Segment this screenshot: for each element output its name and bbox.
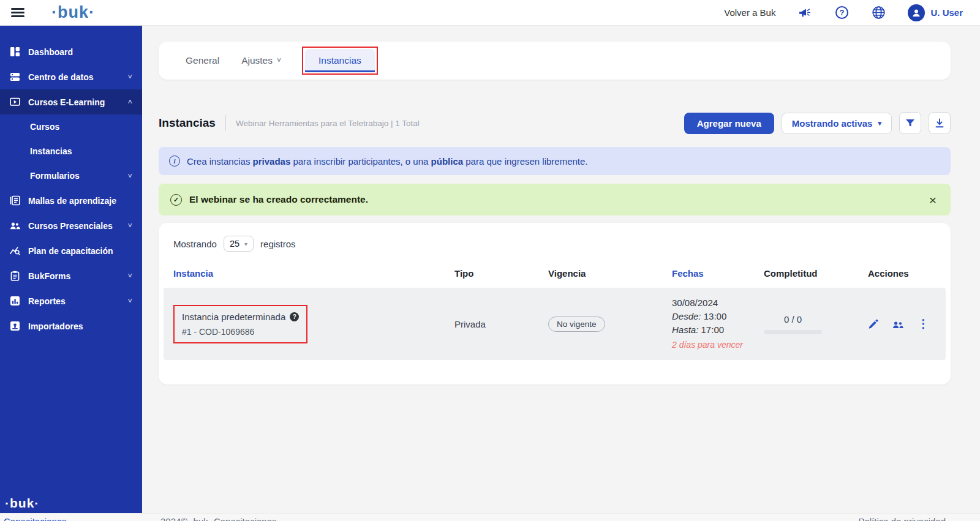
add-new-button[interactable]: Agregar nueva — [684, 113, 774, 134]
sidebar-label: BukForms — [28, 271, 70, 281]
tab-general[interactable]: General — [175, 49, 230, 72]
column-header-tipo: Tipo — [454, 268, 548, 279]
footer-copyright: 2024© ·buk· Capacitaciones — [160, 516, 277, 521]
due-warning: 2 días para vencer — [672, 338, 764, 351]
sidebar-item-cursos-presenciales[interactable]: Cursos Presenciales ˅ — [0, 213, 142, 238]
footer-privacy-link[interactable]: Política de privacidad — [858, 516, 946, 521]
sidebar-label: Dashboard — [28, 47, 73, 57]
sidebar-item-cursos-elearning[interactable]: Cursos E-Learning ˄ — [0, 89, 142, 114]
instance-name[interactable]: Instancia predeterminada — [182, 312, 285, 322]
download-button[interactable] — [929, 112, 951, 134]
sidebar-item-instancias[interactable]: Instancias — [0, 139, 142, 163]
divider — [225, 115, 226, 131]
sidebar-item-cursos[interactable]: Cursos — [0, 114, 142, 139]
more-options-icon[interactable]: ⋮ — [918, 321, 929, 327]
user-menu[interactable]: U. User — [908, 4, 963, 21]
chevron-down-icon: ˅ — [127, 72, 132, 81]
table-controls: Mostrando 25 ▾ registros — [159, 223, 951, 252]
showing-active-dropdown[interactable]: Mostrando activas ▾ — [782, 113, 892, 134]
completion-count: 0 / 0 — [764, 314, 822, 324]
user-name: U. User — [930, 7, 963, 18]
info-banner: i Crea instancias privadas para inscribi… — [159, 147, 951, 175]
sidebar-label: Cursos Presenciales — [28, 221, 113, 231]
video-screen-icon — [10, 97, 20, 107]
table-row: Instancia predeterminada ? #1 - COD-1069… — [164, 288, 946, 360]
chart-search-icon — [10, 246, 20, 256]
status-badge: No vigente — [548, 317, 605, 332]
sidebar-label: Cursos — [30, 122, 59, 132]
cell-acciones: ⋮ — [868, 318, 936, 329]
bar-chart-icon — [10, 296, 20, 306]
sidebar-item-reportes[interactable]: Reportes ˅ — [0, 288, 142, 313]
chevron-down-icon: ˅ — [127, 171, 132, 181]
chevron-down-icon: ˅ — [127, 271, 132, 280]
clipboard-icon — [10, 271, 20, 281]
sidebar-label: Cursos E-Learning — [28, 97, 105, 107]
column-header-fechas[interactable]: Fechas — [672, 268, 764, 279]
people-icon — [10, 220, 20, 231]
footer-capacitaciones-link[interactable]: Capacitaciones — [4, 516, 67, 521]
upload-box-icon — [10, 321, 20, 331]
filter-button[interactable] — [899, 112, 921, 134]
showing-label: Mostrando — [173, 239, 217, 249]
database-icon — [10, 72, 20, 82]
cell-fechas: 30/08/2024 Desde: 13:00 Hasta: 17:00 2 d… — [672, 296, 764, 351]
book-lines-icon — [10, 195, 20, 206]
caret-down-icon: ▾ — [244, 241, 247, 247]
page-size-select[interactable]: 25 ▾ — [224, 236, 254, 252]
sidebar-item-dashboard[interactable]: Dashboard — [0, 39, 142, 64]
topbar: ·buk· Volver a Buk ? — [0, 0, 980, 26]
page-header: Instancias Webinar Herramientas para el … — [159, 112, 951, 134]
dashboard-icon — [10, 47, 20, 57]
sidebar-item-importadores[interactable]: Importadores — [0, 313, 142, 339]
chevron-down-icon: ˅ — [127, 296, 132, 305]
fecha-date: 30/08/2024 — [672, 296, 764, 310]
column-header-instancia[interactable]: Instancia — [173, 268, 454, 279]
info-banner-text: Crea instancias privadas para inscribir … — [187, 156, 588, 167]
success-message: El webinar se ha creado correctamente. — [189, 194, 368, 205]
instances-table-card: Mostrando 25 ▾ registros Instancia Tipo … — [159, 223, 951, 384]
column-header-completitud: Completitud — [764, 268, 868, 279]
participants-icon[interactable] — [892, 319, 905, 329]
chevron-up-icon: ˄ — [127, 97, 132, 107]
sidebar-item-formularios[interactable]: Formularios ˅ — [0, 163, 142, 188]
volver-a-buk-link[interactable]: Volver a Buk — [724, 7, 775, 18]
cell-tipo: Privada — [454, 319, 548, 329]
sidebar-label: Plan de capacitación — [28, 246, 113, 256]
cell-completitud: 0 / 0 — [764, 314, 868, 334]
sidebar-item-centro-de-datos[interactable]: Centro de datos ˅ — [0, 64, 142, 89]
cell-vigencia: No vigente — [548, 317, 672, 332]
sidebar-item-mallas[interactable]: Mallas de aprendizaje — [0, 188, 142, 213]
tab-instancias[interactable]: Instancias — [305, 49, 375, 72]
sidebar-label: Mallas de aprendizaje — [28, 196, 116, 206]
help-icon[interactable]: ? — [290, 312, 299, 321]
help-icon[interactable]: ? — [834, 6, 849, 20]
tab-ajustes[interactable]: Ajustes ˅ — [230, 49, 292, 72]
avatar — [908, 4, 925, 21]
sidebar-label: Importadores — [28, 321, 83, 331]
sidebar-label: Formularios — [30, 171, 80, 181]
footer — [0, 513, 980, 521]
sidebar-item-bukforms[interactable]: BukForms ˅ — [0, 263, 142, 288]
edit-icon[interactable] — [868, 318, 879, 329]
tabs-bar: General Ajustes ˅ Instancias — [159, 42, 951, 80]
page-subtitle: Webinar Herramientas para el Teletrabajo… — [236, 119, 420, 128]
sidebar-item-plan-capacitacion[interactable]: Plan de capacitación — [0, 238, 142, 263]
chevron-down-icon: ˅ — [277, 56, 281, 65]
progress-bar — [764, 330, 822, 334]
megaphone-icon[interactable] — [797, 6, 812, 20]
fecha-hasta: Hasta: 17:00 — [672, 323, 764, 337]
hamburger-menu-icon[interactable] — [11, 6, 24, 19]
success-banner: ✓ El webinar se ha creado correctamente.… — [159, 184, 951, 216]
sidebar: Dashboard Centro de datos ˅ Cursos E-Lea… — [0, 26, 142, 513]
column-header-vigencia: Vigencia — [548, 268, 672, 279]
sidebar-label: Reportes — [28, 296, 66, 306]
registros-label: registros — [260, 239, 296, 249]
check-icon: ✓ — [170, 194, 182, 206]
fecha-desde: Desde: 13:00 — [672, 310, 764, 323]
globe-icon[interactable] — [871, 6, 886, 20]
close-icon[interactable]: × — [927, 193, 939, 206]
instance-code: #1 - COD-1069686 — [182, 327, 299, 337]
buk-logo: ·buk· — [51, 4, 95, 21]
sidebar-footer-logo: ·buk· — [5, 496, 39, 511]
